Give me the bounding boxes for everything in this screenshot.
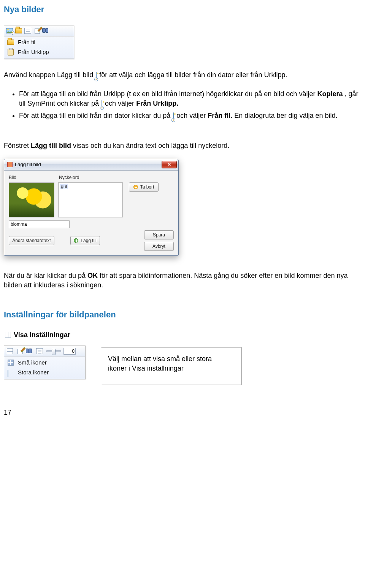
- folder-icon: [6, 38, 15, 46]
- remove-label: Ta bort: [140, 184, 154, 190]
- small-thumbnails-icon: [6, 358, 15, 367]
- toolbar-icon-row: +: [4, 25, 74, 36]
- info-line-2: ikoner i Visa inställningar: [108, 364, 234, 373]
- search-icon[interactable]: [25, 347, 34, 355]
- bullet-from-file: För att lägga till en bild från din dato…: [19, 111, 365, 122]
- save-button[interactable]: Spara: [144, 230, 174, 239]
- menu-small-icons[interactable]: Små ikoner: [6, 358, 84, 368]
- text: och väljer: [105, 100, 136, 107]
- btn-label: Avbryt: [152, 244, 165, 249]
- bold-text: Från Urklipp.: [136, 100, 178, 107]
- add-button[interactable]: Lägg till: [70, 236, 100, 245]
- btn-label: Spara: [153, 232, 165, 238]
- add-image-dialog: Lägg till bild ✕ Bild Nyckelord gul Ta b…: [4, 159, 179, 256]
- open-folder-icon[interactable]: [14, 27, 23, 35]
- edit-icon[interactable]: [33, 27, 41, 35]
- dialog-app-icon: [7, 162, 13, 167]
- cancel-button[interactable]: Avbryt: [144, 242, 174, 251]
- zoom-value-input[interactable]: [63, 348, 76, 355]
- remove-button[interactable]: Ta bort: [129, 182, 159, 192]
- bold-text: Från fil.: [208, 112, 232, 119]
- add-image-inline-icon: +: [96, 71, 97, 81]
- info-line-1: Välj mellan att visa små eller stora: [108, 354, 234, 364]
- heading-panel-settings: Inställningar för bildpanelen: [4, 309, 365, 321]
- bullet-list: För att lägga till en bild från Urklipp …: [4, 89, 365, 122]
- bold-text: OK: [87, 272, 98, 279]
- text: och väljer: [176, 112, 208, 119]
- image-text-field[interactable]: [9, 220, 70, 228]
- keyword-item[interactable]: gul: [60, 184, 68, 189]
- text: Använd knappen Lägg till bild: [4, 71, 95, 79]
- label-image: Bild: [9, 174, 59, 181]
- info-box: Välj mellan att visa små eller stora iko…: [101, 347, 241, 385]
- menu-from-clipboard-label: Från Urklipp: [18, 48, 49, 56]
- list-view-icon[interactable]: [24, 27, 32, 35]
- text: för att välja och lägga till bilder från…: [99, 71, 287, 79]
- minus-icon: [133, 185, 138, 189]
- clipboard-icon: [6, 48, 15, 56]
- menu-large-icons[interactable]: Stora ikoner: [6, 368, 84, 377]
- grid-icon: [4, 331, 12, 339]
- view-settings-toolbar: Små ikoner Stora ikoner: [4, 346, 86, 379]
- paragraph-intro: Använd knappen Lägg till bild + för att …: [4, 70, 365, 81]
- text: För att lägga till en bild från Urklipp …: [19, 90, 317, 98]
- change-default-text-button[interactable]: Ändra standardtext: [9, 236, 54, 245]
- paragraph-ok: När du är klar klickar du på OK för att …: [4, 271, 365, 290]
- edit-icon[interactable]: [16, 347, 24, 355]
- image-preview: [9, 182, 54, 217]
- sub-heading-show-settings: Visa inställningar: [4, 330, 365, 340]
- large-thumbnail-icon: [6, 368, 15, 377]
- close-button[interactable]: ✕: [162, 161, 177, 168]
- grid-view-icon[interactable]: [6, 347, 14, 355]
- btn-label: Ändra standardtext: [12, 238, 51, 243]
- keyword-listbox[interactable]: gul: [58, 182, 123, 217]
- toolbar2-icon-row: [4, 346, 85, 357]
- btn-label: Lägg till: [81, 238, 96, 243]
- text: För att lägga till en bild från din dato…: [19, 112, 172, 119]
- dialog-title: Lägg till bild: [15, 161, 41, 168]
- add-image-inline-icon: +: [173, 112, 174, 122]
- add-image-toolbar: + Från fil Från Urklipp: [4, 25, 74, 59]
- plus-icon: [74, 238, 78, 243]
- menu-large-icons-label: Stora ikoner: [18, 368, 49, 376]
- text: En dialogruta ber dig välja en bild.: [234, 112, 337, 119]
- menu-from-file[interactable]: Från fil: [6, 37, 72, 47]
- text: När du är klar klickar du på: [4, 272, 87, 279]
- menu-from-clipboard[interactable]: Från Urklipp: [6, 47, 72, 57]
- search-icon[interactable]: [42, 27, 50, 35]
- bold-text: Kopiera: [317, 90, 343, 98]
- menu-from-file-label: Från fil: [18, 38, 35, 46]
- add-image-inline-icon: +: [102, 100, 102, 109]
- text: Fönstret: [4, 142, 31, 149]
- text: visas och du kan ändra text och lägga ti…: [73, 142, 229, 149]
- label-keyword: Nyckelord: [59, 174, 174, 181]
- heading-new-images: Nya bilder: [4, 4, 365, 16]
- zoom-slider[interactable]: [46, 350, 61, 352]
- sub-heading-label: Visa inställningar: [14, 330, 70, 340]
- add-image-icon[interactable]: +: [5, 27, 14, 35]
- paragraph-dialog-intro: Fönstret Lägg till bild visas och du kan…: [4, 141, 365, 151]
- list-view-icon[interactable]: [35, 347, 44, 355]
- menu-small-icons-label: Små ikoner: [18, 358, 47, 366]
- bullet-from-clipboard: För att lägga till en bild från Urklipp …: [19, 89, 365, 109]
- dialog-titlebar: Lägg till bild ✕: [4, 159, 178, 171]
- bold-text: Lägg till bild: [31, 142, 71, 149]
- page-number: 17: [4, 408, 365, 417]
